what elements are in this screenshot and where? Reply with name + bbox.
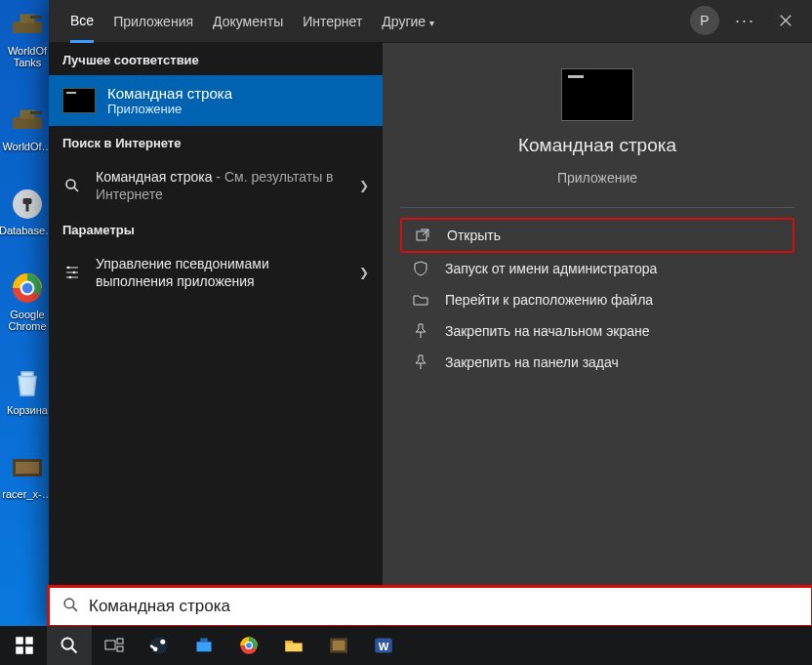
best-match-item[interactable]: Командная строка Приложение (49, 75, 383, 126)
svg-point-17 (67, 267, 70, 270)
tab-docs[interactable]: Документы (213, 2, 283, 41)
svg-text:W: W (379, 641, 389, 652)
search-icon (62, 178, 82, 193)
desktop-icon-label: Корзина (7, 404, 48, 416)
action-label: Открыть (447, 228, 501, 243)
tab-internet[interactable]: Интернет (303, 2, 362, 41)
svg-point-27 (62, 639, 73, 649)
action-label: Закрепить на начальном экране (445, 323, 650, 339)
pin-icon (412, 323, 429, 339)
params-header: Параметры (49, 213, 383, 245)
svg-point-21 (64, 599, 74, 608)
desktop-icon-wot2[interactable]: WorldOf… (6, 102, 49, 152)
shield-icon (412, 261, 429, 276)
close-button[interactable] (771, 6, 800, 35)
open-icon (414, 228, 431, 243)
desktop-icon-label: WorldOf… (2, 141, 52, 152)
svg-point-32 (150, 637, 168, 654)
svg-rect-36 (200, 639, 208, 643)
desktop-icon-recycle[interactable]: Корзина (6, 365, 49, 416)
search-bar[interactable] (49, 587, 812, 626)
tab-other[interactable]: Другие▾ (382, 2, 434, 41)
desktop-icon-wot[interactable]: WorldOf Tanks (6, 6, 49, 68)
svg-point-33 (160, 640, 165, 644)
action-label: Перейти к расположению файла (445, 292, 653, 308)
desktop-icons: WorldOf Tanks WorldOf… Database… Google … (6, 6, 49, 500)
taskbar: W (0, 626, 812, 665)
best-match-title: Командная строка (107, 85, 232, 102)
svg-rect-12 (21, 372, 33, 377)
svg-rect-25 (16, 646, 23, 654)
action-open[interactable]: Открыть (400, 218, 794, 253)
svg-point-19 (69, 276, 72, 279)
svg-rect-29 (105, 641, 115, 649)
svg-point-11 (22, 283, 33, 294)
desktop-icon-label: Database… (0, 225, 56, 236)
search-popup: Все Приложения Документы Интернет Другие… (49, 0, 812, 626)
svg-rect-26 (25, 646, 33, 654)
search-input[interactable] (89, 597, 798, 616)
params-item[interactable]: Управление псевдонимами выполнения прило… (49, 245, 383, 300)
chevron-right-icon: ❯ (359, 266, 369, 279)
best-match-subtitle: Приложение (107, 102, 232, 116)
svg-rect-30 (117, 639, 123, 644)
taskbar-app-generic[interactable] (182, 626, 226, 665)
web-search-header: Поиск в Интернете (49, 126, 383, 158)
svg-rect-7 (23, 198, 32, 204)
desktop-icon-label: WorldOf Tanks (6, 45, 49, 68)
taskbar-taskview-button[interactable] (92, 626, 137, 665)
preview-title: Командная строка (518, 135, 676, 156)
settings-list-icon (62, 265, 82, 280)
desktop-icon-label: racer_x-… (2, 488, 52, 500)
pin-icon (412, 354, 429, 370)
action-pin-taskbar[interactable]: Закрепить на панели задач (400, 347, 794, 378)
svg-rect-40 (285, 641, 293, 644)
svg-rect-31 (117, 646, 123, 651)
taskbar-app-word[interactable]: W (361, 626, 406, 665)
search-tabs: Все Приложения Документы Интернет Другие… (49, 0, 812, 43)
results-panel: Лучшее соответствие Командная строка При… (49, 43, 383, 626)
search-icon (62, 597, 79, 617)
action-pin-start[interactable]: Закрепить на начальном экране (400, 315, 794, 347)
best-match-header: Лучшее соответствие (49, 43, 383, 75)
preview-panel: Командная строка Приложение Открыть Запу… (383, 43, 812, 626)
more-button[interactable]: ··· (729, 11, 761, 31)
taskbar-app-chrome[interactable] (226, 626, 271, 665)
svg-rect-42 (333, 641, 345, 650)
taskbar-app-steam[interactable] (137, 626, 182, 665)
taskbar-app-generic2[interactable] (316, 626, 361, 665)
svg-rect-3 (13, 117, 42, 129)
taskbar-search-button[interactable] (47, 626, 92, 665)
tab-apps[interactable]: Приложения (113, 2, 193, 41)
action-label: Закрепить на панели задач (445, 354, 619, 370)
user-avatar[interactable]: P (690, 6, 719, 35)
svg-line-16 (74, 187, 78, 191)
preview-subtitle: Приложение (557, 170, 637, 186)
action-goto-location[interactable]: Перейти к расположению файла (400, 284, 794, 315)
desktop-icon-chrome[interactable]: Google Chrome (6, 270, 49, 332)
svg-rect-14 (16, 462, 39, 474)
web-search-item[interactable]: Командная строка - См. результаты в Инте… (49, 158, 383, 213)
chevron-down-icon: ▾ (429, 18, 434, 28)
svg-line-22 (73, 606, 77, 610)
svg-point-18 (73, 271, 76, 274)
cmd-icon (561, 68, 633, 121)
cmd-icon (62, 88, 96, 113)
svg-rect-5 (30, 111, 42, 114)
chevron-right-icon: ❯ (359, 179, 369, 192)
svg-rect-2 (30, 16, 42, 19)
folder-icon (412, 292, 429, 308)
action-run-as-admin[interactable]: Запуск от имени администратора (400, 253, 794, 284)
tab-all[interactable]: Все (70, 1, 94, 43)
svg-rect-24 (25, 637, 33, 644)
action-label: Запуск от имени администратора (445, 261, 657, 276)
desktop-icon-database[interactable]: Database… (6, 186, 49, 236)
svg-rect-0 (13, 21, 42, 33)
desktop-icon-racer[interactable]: racer_x-… (6, 449, 49, 500)
divider (400, 207, 794, 208)
svg-rect-23 (16, 637, 23, 644)
taskbar-app-explorer[interactable] (271, 626, 316, 665)
start-button[interactable] (2, 626, 47, 665)
svg-point-39 (246, 643, 252, 648)
svg-point-15 (66, 180, 75, 188)
